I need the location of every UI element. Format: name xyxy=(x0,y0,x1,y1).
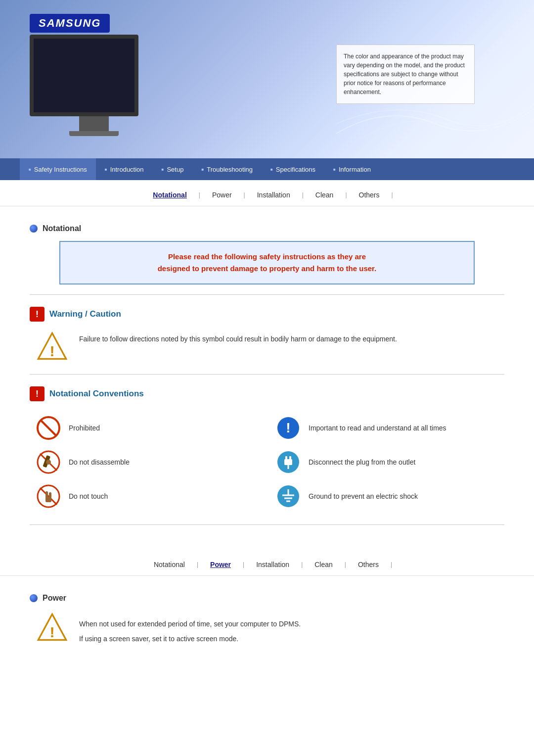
nav-troubleshooting[interactable]: Troubleshooting xyxy=(192,158,262,180)
convention-disconnect: Disconnect the plug from the outlet xyxy=(274,448,499,475)
tab-power[interactable]: Power xyxy=(200,189,244,201)
tab-bar-2: Notational | Power | Installation | Clea… xyxy=(0,550,534,576)
convention-prohibited: Prohibited xyxy=(35,414,260,441)
tab2-sep-5: | xyxy=(391,561,392,568)
conventions-grid: Prohibited ! Important to read and under… xyxy=(30,409,504,515)
tab-others[interactable]: Others xyxy=(347,189,392,201)
divider-2 xyxy=(30,374,504,375)
warning-body-text: Failure to follow directions noted by th… xyxy=(79,330,397,344)
tab-notational[interactable]: Notational xyxy=(141,189,198,201)
power-blue-dot-icon xyxy=(30,594,38,602)
warning-content: ! Failure to follow directions noted by … xyxy=(30,330,504,364)
safety-notice-line1: Please read the following safety instruc… xyxy=(168,252,366,261)
important-icon: ! xyxy=(274,414,302,441)
convention-ground-label: Ground to prevent an electric shock xyxy=(309,492,418,500)
nav-safety-instructions[interactable]: Safety Instructions xyxy=(20,158,96,180)
power-section: Power ! When not used for extended perio… xyxy=(0,576,534,655)
convention-disconnect-label: Disconnect the plug from the outlet xyxy=(309,458,415,466)
nav-label: Information xyxy=(339,166,371,173)
svg-point-20 xyxy=(277,485,299,507)
svg-point-9 xyxy=(46,460,51,465)
ground-icon xyxy=(274,482,302,510)
conventions-icon: ! xyxy=(30,386,44,401)
nav-bar: Safety Instructions Introduction Setup T… xyxy=(0,158,534,180)
convention-important: ! Important to read and understand at al… xyxy=(274,414,499,441)
tab2-installation[interactable]: Installation xyxy=(244,559,301,570)
notational-title: Notational xyxy=(43,224,81,233)
warning-header: ! Warning / Caution xyxy=(30,307,504,322)
warning-section: ! Warning / Caution ! Failure to follow … xyxy=(30,307,504,364)
power-triangle-icon: ! xyxy=(35,611,69,645)
nav-label: Troubleshooting xyxy=(207,166,253,173)
convention-no-touch: Do not touch xyxy=(35,482,260,510)
tab-clean[interactable]: Clean xyxy=(304,189,346,201)
notational-section-header: Notational xyxy=(30,224,504,233)
main-content: Notational Please read the following saf… xyxy=(0,206,534,545)
prohibited-icon xyxy=(35,414,62,441)
convention-prohibited-label: Prohibited xyxy=(69,424,100,432)
tab-sep-5: | xyxy=(392,191,393,198)
divider-1 xyxy=(30,294,504,295)
power-text-line1: When not used for extended period of tim… xyxy=(79,614,301,629)
safety-notice-box: Please read the following safety instruc… xyxy=(59,241,475,284)
conventions-header: ! Notational Conventions xyxy=(30,386,504,401)
nav-label: Introduction xyxy=(110,166,144,173)
svg-text:!: ! xyxy=(286,420,290,435)
svg-rect-13 xyxy=(285,456,287,460)
triangle-warning-icon: ! xyxy=(35,330,69,364)
svg-text:!: ! xyxy=(49,623,54,640)
banner-notice-text: The color and appearance of the product … xyxy=(344,52,467,96)
power-section-header: Power xyxy=(30,594,504,603)
convention-no-disassemble: Do not disassemble xyxy=(35,448,260,475)
samsung-logo: SAMSUNG xyxy=(30,14,110,33)
power-content: ! When not used for extended period of t… xyxy=(30,611,504,645)
no-disassemble-icon xyxy=(35,448,62,475)
tab2-notational[interactable]: Notational xyxy=(142,559,197,570)
tab-installation[interactable]: Installation xyxy=(245,189,302,201)
power-text-line2: If using a screen saver, set it to activ… xyxy=(79,629,301,644)
convention-ground: Ground to prevent an electric shock xyxy=(274,482,499,510)
svg-rect-14 xyxy=(289,456,291,460)
nav-label: Setup xyxy=(167,166,183,173)
monitor-illustration xyxy=(30,35,158,139)
disconnect-icon xyxy=(274,448,302,475)
tab2-power[interactable]: Power xyxy=(198,559,243,570)
tab2-others[interactable]: Others xyxy=(346,559,391,570)
power-title: Power xyxy=(43,594,66,603)
convention-no-touch-label: Do not touch xyxy=(69,492,108,500)
tab-bar-1: Notational | Power | Installation | Clea… xyxy=(0,180,534,206)
decorative-curves xyxy=(336,94,534,143)
convention-important-label: Important to read and understand at all … xyxy=(309,424,446,432)
nav-specifications[interactable]: Specifications xyxy=(262,158,324,180)
nav-setup[interactable]: Setup xyxy=(153,158,193,180)
svg-text:!: ! xyxy=(49,342,54,359)
blue-dot-icon xyxy=(30,225,38,233)
nav-label: Specifications xyxy=(276,166,315,173)
monitor-stand xyxy=(79,116,109,131)
monitor-base xyxy=(69,131,119,136)
no-touch-icon xyxy=(35,482,62,510)
conventions-section: ! Notational Conventions Prohibited xyxy=(30,386,504,515)
nav-introduction[interactable]: Introduction xyxy=(96,158,153,180)
power-text-block: When not used for extended period of tim… xyxy=(79,611,301,645)
safety-notice-text: Please read the following safety instruc… xyxy=(75,251,459,275)
convention-no-disassemble-label: Do not disassemble xyxy=(69,458,130,466)
nav-label: Safety Instructions xyxy=(34,166,87,173)
svg-rect-19 xyxy=(45,497,51,502)
divider-3 xyxy=(30,524,504,525)
header-banner: SAMSUNG The color and appearance of the … xyxy=(0,0,534,158)
tab2-clean[interactable]: Clean xyxy=(303,559,345,570)
svg-rect-17 xyxy=(45,491,48,498)
nav-information[interactable]: Information xyxy=(324,158,380,180)
warning-icon: ! xyxy=(30,307,44,322)
safety-notice-line2: designed to prevent damage to property a… xyxy=(158,264,377,273)
conventions-title: Notational Conventions xyxy=(49,389,144,399)
warning-title: Warning / Caution xyxy=(49,309,121,319)
monitor-screen xyxy=(30,35,138,116)
